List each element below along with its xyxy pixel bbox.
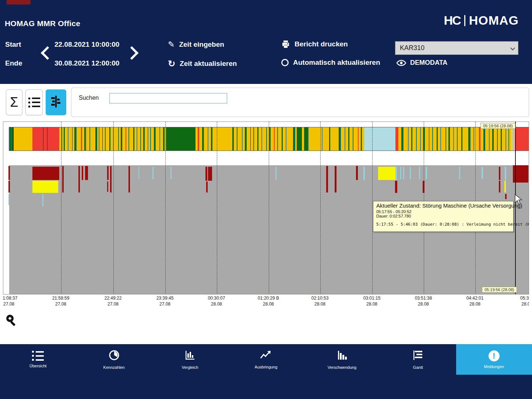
event-mark[interactable] [32, 181, 58, 193]
event-mark[interactable] [356, 166, 358, 180]
strip-segment[interactable] [425, 127, 429, 151]
strip-segment[interactable] [129, 127, 133, 151]
zeit-eingeben-button[interactable]: ✎ Zeit eingeben [168, 40, 224, 49]
strip-segment[interactable] [404, 127, 408, 151]
list-view-button[interactable] [25, 89, 43, 115]
nav-item-verschwendung[interactable]: Verschwendung [304, 344, 380, 375]
strip-segment[interactable] [409, 127, 411, 151]
strip-segment[interactable] [145, 127, 148, 151]
zeit-aktualisieren-button[interactable]: ↻ Zeit aktualisieren [168, 59, 237, 69]
strip-segment[interactable] [106, 127, 109, 151]
strip-segment[interactable] [485, 127, 489, 151]
search-input[interactable] [109, 93, 227, 103]
event-mark[interactable] [459, 167, 460, 179]
strip-segment[interactable] [458, 127, 461, 151]
strip-segment[interactable] [32, 127, 43, 151]
strip-segment[interactable] [398, 127, 401, 151]
event-mark[interactable] [128, 166, 130, 193]
strip-segment[interactable] [110, 127, 113, 151]
strip-segment[interactable] [498, 127, 501, 151]
event-mark[interactable] [107, 181, 108, 192]
event-mark[interactable] [403, 167, 404, 179]
strip-segment[interactable] [122, 127, 126, 151]
event-mark[interactable] [499, 181, 500, 193]
strip-segment[interactable] [65, 127, 68, 151]
timeline-view-button[interactable] [46, 89, 66, 115]
bericht-drucken-button[interactable]: Bericht drucken [281, 40, 348, 49]
strip-segment[interactable] [450, 127, 453, 151]
strip-segment[interactable] [68, 127, 72, 151]
strip-segment[interactable] [86, 127, 89, 151]
strip-segment[interactable] [309, 127, 311, 151]
strip-segment[interactable] [345, 127, 348, 151]
timeline-chart[interactable]: 05:19:56 (28.08) 05:19:56 (28.08) Aktuel… [3, 121, 529, 294]
nav-item-gantt[interactable]: Gantt [380, 344, 456, 375]
event-mark[interactable] [152, 167, 154, 179]
event-mark[interactable] [42, 194, 43, 206]
strip-segment[interactable] [43, 127, 47, 151]
strip-segment[interactable] [14, 127, 32, 151]
strip-segment[interactable] [208, 127, 211, 151]
strip-segment[interactable] [90, 127, 95, 151]
strip-segment[interactable] [304, 127, 308, 151]
strip-segment[interactable] [47, 127, 59, 151]
machine-select[interactable]: KAR310 [395, 41, 518, 55]
nav-item-kennzahlen[interactable]: Kennzahlen [76, 344, 152, 375]
strip-segment[interactable] [114, 127, 118, 151]
strip-segment[interactable] [216, 127, 232, 151]
strip-segment[interactable] [412, 127, 416, 151]
nav-item-meldungen[interactable]: ! Meldungen [456, 344, 532, 375]
event-mark[interactable] [400, 167, 401, 179]
event-mark[interactable] [326, 166, 328, 193]
event-mark[interactable] [110, 166, 112, 193]
event-mark[interactable] [335, 166, 337, 193]
event-mark[interactable] [505, 167, 506, 180]
strip-segment[interactable] [341, 127, 345, 151]
strip-segment[interactable] [330, 127, 337, 151]
event-mark[interactable] [505, 194, 507, 199]
strip-segment[interactable] [275, 127, 277, 151]
strip-segment[interactable] [349, 127, 353, 151]
strip-segment[interactable] [234, 127, 237, 151]
event-mark[interactable] [206, 181, 208, 193]
zoom-in-icon[interactable] [4, 313, 18, 330]
strip-segment[interactable] [471, 127, 473, 151]
strip-segment[interactable] [286, 127, 290, 151]
event-mark[interactable] [395, 167, 397, 180]
strip-segment[interactable] [160, 127, 163, 151]
nav-item-vergleich[interactable]: Vergleich [152, 344, 228, 375]
strip-segment[interactable] [283, 127, 286, 151]
strip-segment[interactable] [278, 127, 282, 151]
event-mark[interactable] [138, 167, 139, 179]
strip-segment[interactable] [199, 127, 202, 151]
strip-segment[interactable] [323, 127, 329, 151]
strip-segment[interactable] [271, 127, 274, 151]
strip-segment[interactable] [247, 127, 250, 151]
strip-segment[interactable] [290, 127, 293, 151]
event-mark[interactable] [275, 167, 276, 180]
event-mark[interactable] [482, 167, 483, 179]
event-mark[interactable] [426, 167, 427, 179]
strip-segment[interactable] [156, 127, 159, 151]
event-mark[interactable] [85, 166, 88, 180]
event-mark[interactable] [78, 166, 80, 193]
strip-segment[interactable] [237, 127, 242, 151]
strip-segment[interactable] [433, 127, 437, 151]
chevron-right-icon[interactable] [125, 46, 139, 60]
strip-segment[interactable] [251, 127, 253, 151]
event-mark[interactable] [499, 167, 500, 180]
strip-segment[interactable] [262, 127, 266, 151]
event-mark[interactable] [419, 167, 420, 179]
strip-segment[interactable] [353, 127, 358, 151]
strip-segment[interactable] [494, 127, 497, 151]
strip-segment[interactable] [465, 127, 468, 151]
demodata-toggle[interactable]: DEMODATA [396, 59, 447, 67]
strip-segment[interactable] [417, 127, 420, 151]
strip-segment[interactable] [151, 127, 154, 151]
strip-segment[interactable] [212, 127, 216, 151]
strip-segment[interactable] [204, 127, 208, 151]
strip-segment[interactable] [395, 127, 398, 151]
event-mark[interactable] [82, 166, 83, 180]
chevron-left-icon[interactable] [41, 46, 54, 60]
event-mark[interactable] [8, 181, 10, 193]
